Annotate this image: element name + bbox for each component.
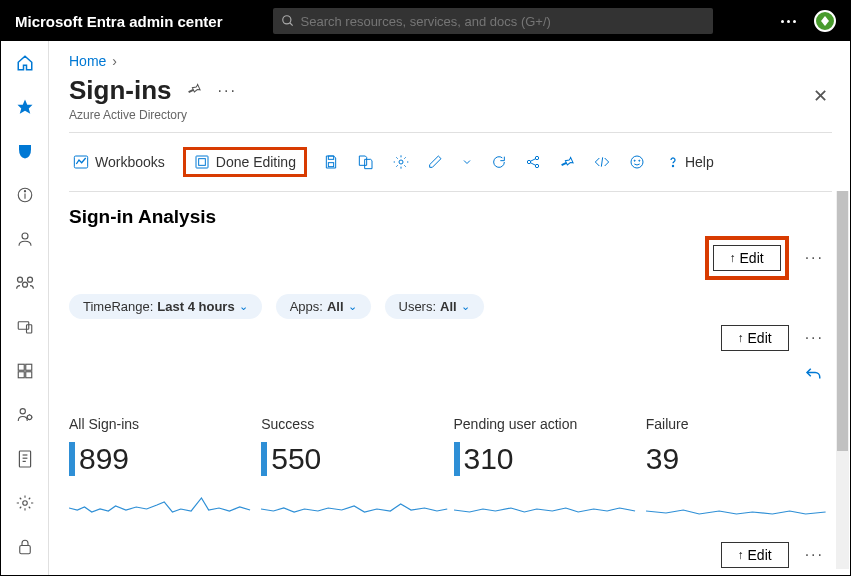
chevron-down-icon: ⌄ <box>348 300 357 313</box>
save-as-icon[interactable] <box>355 150 377 174</box>
edit-pencil-icon[interactable] <box>425 150 445 174</box>
title-more-icon[interactable]: ··· <box>216 82 239 100</box>
avatar[interactable] <box>814 10 836 32</box>
row-more-icon[interactable]: ··· <box>803 329 826 347</box>
brand-label: Microsoft Entra admin center <box>15 13 223 30</box>
workbooks-label: Workbooks <box>95 154 165 170</box>
svg-point-16 <box>20 409 25 414</box>
workbooks-button[interactable]: Workbooks <box>69 150 169 174</box>
svg-point-9 <box>22 282 27 287</box>
breadcrumb: Home › <box>69 53 832 69</box>
svg-line-1 <box>289 23 292 26</box>
apps-icon[interactable] <box>15 361 35 381</box>
svg-point-29 <box>399 160 403 164</box>
edit-button-2[interactable]: ↑Edit <box>721 325 789 351</box>
title-bar: Sign-ins ··· <box>69 75 832 106</box>
card-all-signins: All Sign-ins 899 <box>69 416 255 524</box>
svg-point-37 <box>634 160 635 161</box>
svg-point-22 <box>22 501 27 506</box>
users-filter[interactable]: Users: All ⌄ <box>385 294 484 319</box>
chevron-right-icon: › <box>112 53 117 69</box>
accent-bar <box>261 442 267 476</box>
svg-rect-28 <box>328 163 333 167</box>
page-title: Sign-ins <box>69 75 172 106</box>
svg-point-8 <box>27 277 32 282</box>
top-right-controls <box>781 10 836 32</box>
filters-row: TimeRange: Last 4 hours ⌄ Apps: All ⌄ Us… <box>69 294 832 319</box>
close-button[interactable]: ✕ <box>813 85 828 107</box>
pin-toolbar-icon[interactable] <box>557 150 577 174</box>
svg-point-36 <box>631 156 643 168</box>
code-icon[interactable] <box>591 150 613 174</box>
undo-button[interactable] <box>69 365 832 388</box>
timerange-filter[interactable]: TimeRange: Last 4 hours ⌄ <box>69 294 262 319</box>
lock-icon[interactable] <box>15 537 35 557</box>
row-more-icon[interactable]: ··· <box>803 249 826 267</box>
edit-row-2: ↑Edit ··· <box>69 325 826 351</box>
pin-icon[interactable] <box>186 81 202 101</box>
svg-rect-15 <box>25 372 31 378</box>
svg-rect-18 <box>19 451 30 467</box>
svg-rect-23 <box>19 546 30 554</box>
settings-icon[interactable] <box>15 493 35 513</box>
row-more-icon[interactable]: ··· <box>803 546 826 564</box>
main-content: ✕ Home › Sign-ins ··· Azure Active Direc… <box>49 41 850 575</box>
users-icon[interactable] <box>15 229 35 249</box>
sparkline <box>454 490 640 520</box>
scrollbar-thumb[interactable] <box>837 191 848 451</box>
up-arrow-icon: ↑ <box>738 548 744 562</box>
home-icon[interactable] <box>15 53 35 73</box>
card-failure: Failure 39 <box>646 416 832 524</box>
info-icon[interactable] <box>15 185 35 205</box>
sparkline <box>69 490 255 520</box>
feedback-icon[interactable] <box>627 150 647 174</box>
edit-row-3: ↑Edit ··· <box>69 542 826 568</box>
help-label: Help <box>685 154 714 170</box>
apps-filter[interactable]: Apps: All ⌄ <box>276 294 371 319</box>
accent-bar <box>454 442 460 476</box>
groups-icon[interactable] <box>15 273 35 293</box>
billing-icon[interactable] <box>15 449 35 469</box>
svg-line-33 <box>530 159 535 162</box>
edit-button-3[interactable]: ↑Edit <box>721 542 789 568</box>
chevron-down-icon: ⌄ <box>239 300 248 313</box>
search-input[interactable] <box>301 14 705 29</box>
edit-highlight: ↑Edit <box>705 236 789 280</box>
up-arrow-icon: ↑ <box>738 331 744 345</box>
svg-point-38 <box>639 160 640 161</box>
svg-line-34 <box>530 163 535 166</box>
svg-point-32 <box>535 164 538 167</box>
up-arrow-icon: ↑ <box>730 251 736 265</box>
scrollbar[interactable] <box>836 191 849 569</box>
done-editing-label: Done Editing <box>216 154 296 170</box>
svg-rect-25 <box>196 156 208 168</box>
share-icon[interactable] <box>523 150 543 174</box>
chevron-down-icon[interactable] <box>459 152 475 172</box>
svg-rect-26 <box>198 159 205 166</box>
svg-point-0 <box>282 16 290 24</box>
chevron-down-icon: ⌄ <box>461 300 470 313</box>
refresh-icon[interactable] <box>489 150 509 174</box>
help-button[interactable]: Help <box>661 150 718 174</box>
svg-point-30 <box>527 160 530 163</box>
breadcrumb-home[interactable]: Home <box>69 53 106 69</box>
card-success: Success 550 <box>261 416 447 524</box>
svg-rect-14 <box>18 372 24 378</box>
edit-button-1[interactable]: ↑Edit <box>713 245 781 271</box>
gear-icon[interactable] <box>391 150 411 174</box>
more-icon[interactable] <box>781 20 796 23</box>
save-icon[interactable] <box>321 150 341 174</box>
search-box[interactable] <box>273 8 713 34</box>
devices-icon[interactable] <box>15 317 35 337</box>
identity-icon[interactable] <box>15 141 35 161</box>
edit-row-1: ↑Edit ··· <box>69 236 826 280</box>
svg-marker-2 <box>17 100 32 114</box>
svg-rect-12 <box>18 364 24 370</box>
roles-icon[interactable] <box>15 405 35 425</box>
svg-point-17 <box>27 415 32 420</box>
done-editing-button[interactable]: Done Editing <box>183 147 307 177</box>
top-bar: Microsoft Entra admin center <box>1 1 850 41</box>
favorites-icon[interactable] <box>15 97 35 117</box>
svg-point-31 <box>535 156 538 159</box>
left-sidebar <box>1 41 49 575</box>
